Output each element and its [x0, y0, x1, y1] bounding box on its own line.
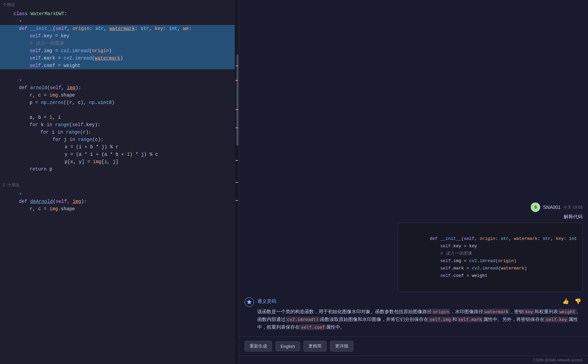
code-self-coef: self.coef	[300, 324, 326, 330]
ai-message-header: 通义灵码 👍 👎	[257, 297, 583, 305]
code-cv2-imread: cv2.imread()	[286, 317, 320, 322]
user-message-text: 解释代码	[398, 214, 583, 220]
usage-count-label: 个用法	[3, 1, 15, 9]
return-line: return p	[0, 166, 239, 173]
self-coef-line: self.coef = weight	[0, 62, 239, 69]
scroll-indicator-3	[235, 109, 238, 110]
ai-avatar	[244, 297, 254, 307]
code-weight: weight	[558, 309, 577, 315]
y-assign-line: y = (a * i + (a * b + 1) * j) % c	[0, 151, 239, 158]
regenerate-button[interactable]: 重新生成	[244, 341, 272, 352]
comment-line: # 读入一张图像	[0, 40, 239, 47]
p-assign-line: p[x, y] = img[i, j]	[0, 158, 239, 166]
user-message-content: S SNA001 今天 19:03 解释代码 def __init__(self…	[398, 203, 583, 292]
init-def-line: def __init__(self, origin: str, watermar…	[0, 25, 239, 32]
rc-shape-line: r, c = img.shape	[0, 92, 239, 99]
self-key-line: self.key = key	[0, 32, 239, 40]
empty-line-1	[0, 69, 239, 77]
user-avatar: S	[531, 203, 540, 212]
empty-line-3	[0, 173, 239, 180]
thumbs-down-button[interactable]: 👎	[573, 297, 583, 305]
code-editor-panel: 个用法 class WaterMarkDWT: ⋮∨ def __init__(…	[0, 0, 239, 364]
fold-row-3[interactable]: ⋮∨	[0, 190, 239, 198]
scroll-indicator-4	[235, 128, 238, 128]
arnold-def-line: def arnold(self, img):	[0, 84, 239, 92]
ab-assign-line: a, b = 1, 1	[0, 114, 239, 121]
user-code-block: def __init__(self, origin: str, watermar…	[398, 223, 583, 292]
dearnold-def-line: def deArnold(self, img):	[0, 198, 239, 205]
fold-icon[interactable]: ⋮∨	[16, 17, 22, 25]
english-button[interactable]: English	[275, 341, 300, 351]
for-j-line: for j in range(c):	[0, 136, 239, 143]
scrollbar-track[interactable]	[235, 0, 239, 364]
code-watermark: watermark	[483, 309, 510, 315]
code-self-img: self.img	[428, 317, 452, 322]
scroll-indicator-6	[235, 182, 238, 183]
class-definition: class WaterMarkDWT:	[0, 10, 239, 17]
scrollbar-thumb[interactable]	[236, 54, 238, 146]
user-message: S SNA001 今天 19:03 解释代码 def __init__(self…	[244, 203, 583, 292]
self-mark-line: self.mark = cv2.imread(watermark)	[0, 54, 239, 62]
fold-icon-3[interactable]: ⋮∨	[16, 190, 22, 198]
scroll-indicator-2	[235, 80, 238, 81]
self-img-line: self.img = cv2.imread(origin)	[0, 47, 239, 54]
chat-toolbar: 重新生成 English 更精简 更详细	[239, 336, 588, 356]
scroll-indicator-1	[235, 66, 238, 66]
chat-footer: CSDN @Safe network access	[239, 356, 588, 364]
for-k-line: for k in range(self.key):	[0, 121, 239, 129]
code-origin: origin	[432, 309, 450, 315]
message-timestamp: 今天 19:03	[563, 205, 583, 210]
rc-shape-line-2: r, c = img.shape	[0, 205, 239, 213]
for-i-line: for i in range(r):	[0, 129, 239, 136]
footer-text: CSDN @Safe network access	[533, 358, 583, 362]
username: SNA001	[543, 205, 560, 210]
scroll-indicator-7	[235, 200, 238, 201]
usage-count-bottom: 1 个用法	[0, 180, 239, 190]
code-key: key	[524, 309, 534, 315]
empty-line-2	[0, 106, 239, 114]
ai-message-content: 通义灵码 👍 👎 该函数是一个类的构造函数，用于初始化图像水印对象。函数参数包括…	[257, 297, 583, 331]
fold-icon-2[interactable]: ⋮∨	[16, 77, 22, 84]
ai-message: 通义灵码 👍 👎 该函数是一个类的构造函数，用于初始化图像水印对象。函数参数包括…	[244, 297, 583, 331]
fold-row-2[interactable]: ⋮∨	[0, 77, 239, 84]
usage-count-label-2: 1 个用法	[3, 182, 20, 189]
ai-name: 通义灵码	[257, 298, 276, 304]
fold-row[interactable]: ⋮∨	[0, 17, 239, 25]
np-zeros-line: p = np.zeros((r, c), np.uint8)	[0, 99, 239, 106]
ai-explanation-text: 该函数是一个类的构造函数，用于初始化图像水印对象。函数参数包括原始图像路径ori…	[257, 308, 583, 331]
x-assign-line: x = (i + b * j) % r	[0, 143, 239, 151]
simplify-button[interactable]: 更精简	[303, 341, 327, 352]
user-message-header: S SNA001 今天 19:03	[398, 203, 583, 212]
code-self-mark: self.mark	[457, 317, 483, 322]
code-self-key: self.key	[545, 317, 568, 322]
ai-action-buttons: 👍 👎	[561, 297, 583, 305]
code-content: 个用法 class WaterMarkDWT: ⋮∨ def __init__(…	[0, 0, 239, 213]
chat-messages: S SNA001 今天 19:03 解释代码 def __init__(self…	[239, 0, 588, 336]
detail-button[interactable]: 更详细	[330, 341, 353, 352]
usage-count-top: 个用法	[0, 0, 239, 10]
chat-panel: S SNA001 今天 19:03 解释代码 def __init__(self…	[239, 0, 588, 364]
scroll-indicator-5	[235, 160, 238, 161]
thumbs-up-button[interactable]: 👍	[561, 297, 570, 305]
